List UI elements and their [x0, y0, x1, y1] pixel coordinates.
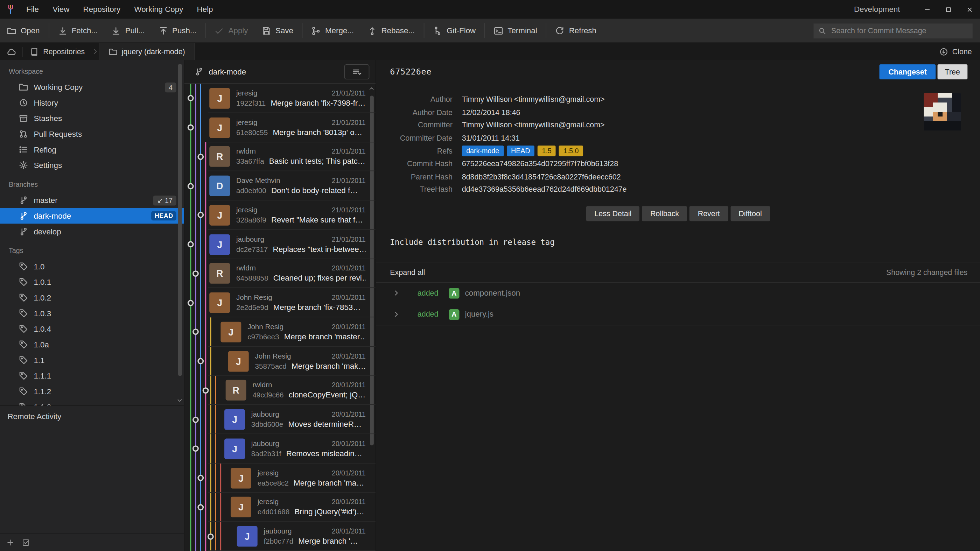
toolbar-button[interactable]: Save — [255, 19, 300, 43]
filter-toggle-button[interactable] — [22, 538, 30, 546]
toolbar-button[interactable]: Fetch... — [51, 19, 105, 43]
toolbar-button[interactable]: Git-Flow — [426, 19, 483, 43]
toolbar-button[interactable]: Pull... — [105, 19, 151, 43]
commit-row[interactable]: R rwldrn 20/01/2011 64588858 Cleaned up;… — [185, 259, 375, 288]
tag-name: 1.0.3 — [33, 309, 51, 318]
commit-row[interactable]: R rwldrn 20/01/2011 49cd9c66 cloneCopyEv… — [185, 376, 375, 405]
scroll-down-icon[interactable] — [177, 397, 183, 405]
sidebar-scrollbar-thumb[interactable] — [178, 64, 182, 376]
commit-row[interactable]: J jeresig 21/01/2011 328a86f9 Revert "Ma… — [185, 200, 375, 230]
detail-body: Author Timmy Willison <timmywillisn@gmai… — [376, 83, 980, 196]
tab-repository-jquery[interactable]: jquery (dark-mode) — [99, 43, 195, 60]
tag-icon — [19, 402, 29, 405]
minimize-button[interactable] — [916, 0, 938, 19]
sidebar-branch-item[interactable]: master ↙ 17 — [0, 192, 184, 208]
close-button[interactable] — [959, 0, 980, 19]
sidebar-tag-item[interactable]: 1.1.1 — [0, 368, 184, 384]
toolbar-button[interactable]: Refresh — [549, 19, 603, 43]
detail-field-label: Committer — [376, 121, 453, 130]
sidebar-tag-item[interactable]: 1.1.2 — [0, 383, 184, 399]
commit-row[interactable]: J John Resig 20/01/2011 2e2d5e9d Merge b… — [185, 288, 375, 317]
commit-author: rwldrn — [236, 265, 256, 272]
commit-row[interactable]: J John Resig 20/01/2011 35875acd Merge b… — [185, 347, 375, 376]
tree-tab[interactable]: Tree — [937, 64, 967, 79]
sidebar-item[interactable]: Reflog — [0, 142, 184, 157]
sidebar-tag-item[interactable]: 1.0 — [0, 259, 184, 274]
commit-row[interactable]: J jaubourg 21/01/2011 dc2e7317 Replaces … — [185, 230, 375, 259]
commit-row[interactable]: J jeresig 20/01/2011 e4d01688 Bring jQue… — [185, 492, 375, 522]
sidebar-item[interactable]: Stashes — [0, 111, 184, 126]
sidebar-item[interactable]: Pull Requests — [0, 126, 184, 142]
detail-action-button[interactable]: Rollback — [642, 206, 687, 221]
ref-badge[interactable]: dark-mode — [462, 146, 504, 156]
breadcrumb-repositories[interactable]: Repositories — [23, 43, 92, 60]
sidebar-tag-item[interactable]: 1.0.1 — [0, 274, 184, 290]
expand-all-button[interactable]: Expand all — [390, 268, 425, 277]
commit-row[interactable]: D Dave Methvin 21/01/2011 ad0ebf00 Don't… — [185, 171, 375, 200]
chevron-right-icon[interactable] — [392, 289, 400, 297]
toolbar-button[interactable]: Rebase... — [361, 19, 422, 43]
detail-action-button[interactable]: Revert — [689, 206, 728, 221]
commit-row[interactable]: J jeresig 20/01/2011 ea5ce8c2 Merge bran… — [185, 464, 375, 492]
clone-button[interactable]: Clone — [931, 43, 980, 60]
commit-date: 20/01/2011 — [332, 352, 366, 359]
tag-icon — [19, 371, 29, 381]
commit-row[interactable]: J jaubourg 20/01/2011 8ad2b31f Removes m… — [185, 434, 375, 463]
changed-files-header: Expand all Showing 2 changed files — [376, 262, 980, 283]
toolbar-buttons: Open Fetch... Pull... Push... — [0, 19, 603, 43]
toolbar-button[interactable]: Apply — [208, 19, 255, 43]
changed-file-row[interactable]: added A jquery.js — [376, 304, 980, 326]
toolbar-button[interactable]: Open — [0, 19, 46, 43]
commit-hash: 33a67ffa — [236, 158, 264, 165]
remote-activity-label: Remote Activity — [0, 406, 184, 427]
sidebar-scrollbar[interactable] — [177, 63, 183, 403]
title-bar: FileViewRepositoryWorking CopyHelp Devel… — [0, 0, 980, 19]
menu-item[interactable]: Repository — [76, 0, 127, 19]
head-badge: HEAD — [151, 211, 177, 221]
menu-item[interactable]: Help — [190, 0, 220, 19]
commit-hash: e4d01688 — [258, 508, 290, 515]
tag-icon — [19, 387, 29, 396]
toolbar-button[interactable]: Push... — [151, 19, 204, 43]
ref-badge[interactable]: HEAD — [506, 146, 535, 156]
ref-badge[interactable]: 1.5 — [538, 146, 556, 156]
commit-date: 21/01/2011 — [332, 148, 366, 155]
file-name: component.json — [465, 289, 520, 297]
menu-item[interactable]: View — [46, 0, 76, 19]
commit-row[interactable]: J jaubourg 20/01/2011 f2b0c77d Merge bra… — [185, 522, 375, 551]
sidebar-tag-item[interactable]: 1.0.3 — [0, 305, 184, 321]
sidebar-tag-item[interactable]: 1.0.4 — [0, 321, 184, 337]
menu-item[interactable]: File — [19, 0, 46, 19]
menu-item[interactable]: Working Copy — [127, 0, 190, 19]
detail-action-button[interactable]: Less Detail — [586, 206, 640, 221]
maximize-button[interactable] — [938, 0, 959, 19]
detail-action-button[interactable]: Difftool — [730, 206, 770, 221]
commit-row[interactable]: J jeresig 21/01/2011 61e80c55 Merge bran… — [185, 113, 375, 142]
commit-row[interactable]: R rwldrn 21/01/2011 33a67ffa Basic unit … — [185, 142, 375, 171]
sidebar-tag-item[interactable]: 1.0.2 — [0, 290, 184, 306]
search-icon — [818, 27, 826, 35]
sidebar-tag-item[interactable]: 1.0a — [0, 337, 184, 353]
changed-file-row[interactable]: added A component.json — [376, 283, 980, 304]
sidebar-branch-item[interactable]: develop — [0, 224, 184, 239]
ref-badge[interactable]: 1.5.0 — [559, 146, 583, 156]
toolbar-button[interactable]: Terminal — [487, 19, 544, 43]
toolbar-button[interactable]: Merge... — [304, 19, 361, 43]
sidebar-item[interactable]: Working Copy 4 — [0, 79, 184, 95]
commit-author-avatar — [924, 93, 961, 130]
file-status: added — [418, 310, 449, 319]
changeset-tab[interactable]: Changeset — [880, 64, 935, 79]
commit-row[interactable]: J jeresig 21/01/2011 1922f311 Merge bran… — [185, 84, 375, 113]
sidebar-tag-item[interactable]: 1.1 — [0, 352, 184, 368]
chevron-right-icon[interactable] — [392, 311, 400, 318]
add-repository-button[interactable] — [6, 538, 14, 546]
commit-search-input[interactable] — [830, 25, 968, 36]
sidebar-item[interactable]: History — [0, 95, 184, 111]
sidebar-branch-item[interactable]: dark-mode HEAD — [0, 208, 184, 224]
sidebar-tag-item[interactable]: 1.1.3 — [0, 399, 184, 405]
list-options-button[interactable] — [344, 64, 369, 79]
commit-row[interactable]: J jaubourg 20/01/2011 3dbd600e Moves det… — [185, 405, 375, 434]
cloud-icon[interactable] — [6, 46, 16, 57]
sidebar-item[interactable]: Settings — [0, 157, 184, 173]
commit-row[interactable]: J John Resig 20/01/2011 c97b6ee3 Merge b… — [185, 317, 375, 346]
